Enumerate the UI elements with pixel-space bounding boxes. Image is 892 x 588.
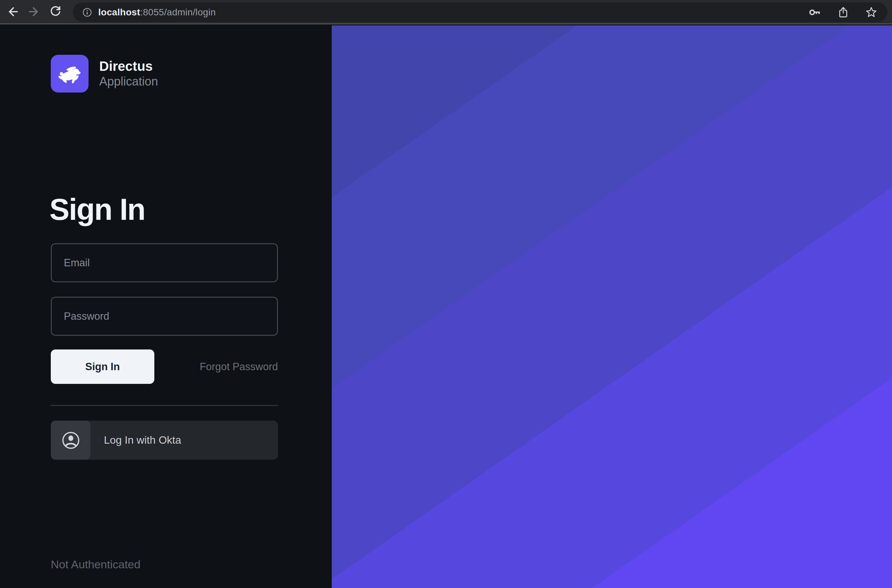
brand-text: Directus Application: [99, 58, 158, 89]
brand-block: Directus Application: [51, 55, 158, 93]
email-field[interactable]: [51, 243, 278, 282]
okta-login-button[interactable]: Log In with Okta: [51, 421, 278, 460]
page-content: Directus Application Sign In Sign In For…: [0, 26, 892, 588]
reload-icon: [49, 5, 62, 18]
directus-logo: [51, 55, 88, 93]
okta-icon-box: [51, 421, 90, 460]
status-text: Not Authenticated: [51, 558, 140, 571]
back-arrow-icon: [6, 5, 19, 18]
background-art: [332, 26, 892, 588]
url-text: localhost:8055/admin/login: [98, 7, 216, 18]
divider: [51, 405, 278, 406]
brand-subtitle: Application: [99, 74, 158, 89]
password-field[interactable]: [51, 297, 278, 336]
back-button[interactable]: [4, 4, 21, 20]
bookmark-star-icon: [865, 6, 877, 18]
browser-toolbar: localhost:8055/admin/login: [0, 0, 892, 24]
directus-rabbit-icon: [55, 60, 84, 88]
address-bar[interactable]: localhost:8055/admin/login: [73, 2, 888, 22]
reload-button[interactable]: [48, 4, 63, 20]
forgot-password-link[interactable]: Forgot Password: [200, 361, 278, 373]
okta-button-label: Log In with Okta: [104, 434, 181, 446]
account-circle-icon: [61, 430, 81, 450]
share-icon: [837, 6, 849, 18]
share-button[interactable]: [836, 5, 851, 20]
form-actions: Sign In Forgot Password: [51, 350, 278, 384]
forward-button[interactable]: [26, 4, 42, 20]
saved-passwords-button[interactable]: [808, 5, 823, 20]
login-panel: Directus Application Sign In Sign In For…: [0, 26, 332, 588]
nav-button-group: [0, 4, 63, 20]
sign-in-button[interactable]: Sign In: [51, 350, 154, 384]
brand-title: Directus: [99, 58, 158, 74]
key-icon: [809, 6, 821, 18]
forward-arrow-icon: [28, 5, 40, 18]
page-info-icon[interactable]: [81, 7, 93, 18]
bookmark-button[interactable]: [864, 5, 879, 20]
page-title: Sign In: [49, 192, 145, 227]
